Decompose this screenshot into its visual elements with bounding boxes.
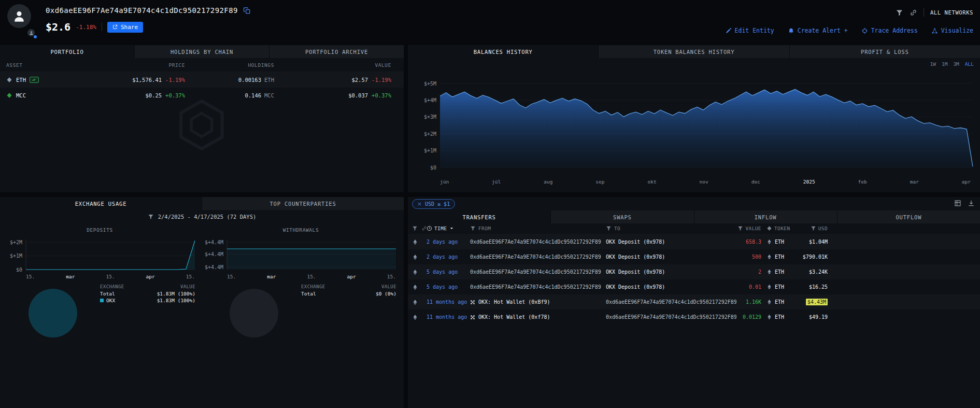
svg-text:$+2M: $+2M xyxy=(424,131,436,137)
transfer-to-link[interactable]: 0xd6aeEE96F7Ae74a9E7074c4c1dDc950217292F… xyxy=(606,299,736,305)
filter-icon xyxy=(606,226,612,231)
tab-top-counterparties[interactable]: TOP COUNTERPARTIES xyxy=(202,197,404,210)
transfer-row[interactable]: 5 days ago 0xd6aeEE96F7Ae74a9E7074c4c1dD… xyxy=(408,279,980,294)
legend-row[interactable]: OKX $1.83M (100%) xyxy=(100,298,195,304)
transfer-to-link[interactable]: 0xd6aeEE96F7Ae74a9E7074c4c1dDc950217292F… xyxy=(606,314,736,320)
eth-icon xyxy=(412,239,418,245)
withdrawals-title: WITHDRAWALS xyxy=(201,227,401,233)
tab-swaps[interactable]: SWAPS xyxy=(550,210,693,223)
transfer-token-link[interactable]: ETH xyxy=(761,269,793,275)
download-button[interactable] xyxy=(968,200,975,207)
transfer-token-link[interactable]: ETH xyxy=(761,299,793,305)
all-networks-button[interactable]: ALL NETWORKS xyxy=(930,9,973,16)
tab-transfers[interactable]: TRANSFERS xyxy=(408,210,550,223)
tab-inflow[interactable]: INFLOW xyxy=(694,210,837,223)
tab-profit-and-loss[interactable]: PROFIT & LOSS xyxy=(789,45,980,58)
tab-portfolio[interactable]: PORTFOLIO xyxy=(0,45,134,58)
tab-balances-history[interactable]: BALANCES HISTORY xyxy=(408,45,598,58)
transfer-time-link[interactable]: 5 days ago xyxy=(427,284,470,290)
transfer-row[interactable]: 11 months ago OKX: Hot Wallet (0xBf9) 0x… xyxy=(408,294,980,309)
link-button[interactable] xyxy=(910,9,917,17)
date-range-filter[interactable]: 2/4/2025 - 4/17/2025 (72 DAYS) xyxy=(0,214,404,220)
range-all[interactable]: ALL xyxy=(965,61,974,67)
tab-outflow[interactable]: OUTFLOW xyxy=(837,210,980,223)
transfer-from-link[interactable]: 0xd6aeEE96F7Ae74a9E7074c4c1dDc950217292F… xyxy=(470,239,606,245)
transfer-from-link[interactable]: OKX: Hot Wallet (0xf78) xyxy=(470,314,606,320)
close-icon[interactable] xyxy=(417,202,422,206)
transfer-time-link[interactable]: 5 days ago xyxy=(427,269,470,275)
column-time[interactable]: TIME xyxy=(427,226,470,231)
transfer-to-link[interactable]: OKX Deposit (0x978) xyxy=(606,254,736,260)
token-chart-badge[interactable] xyxy=(30,77,39,83)
x-axis-label: 15. xyxy=(307,274,316,279)
transfer-time-link[interactable]: 2 days ago xyxy=(427,239,470,245)
range-1m[interactable]: 1M xyxy=(942,61,947,67)
balances-history-chart[interactable]: $+5M$+4M$+3M$+2M$+1M$0 xyxy=(411,70,977,174)
deposits-legend: EXCHANGE VALUE Total $1.83M (100%) OKX $… xyxy=(100,284,195,304)
asset-holdings: 0.146 xyxy=(245,92,261,99)
transfer-from-link[interactable]: 0xd6aeEE96F7Ae74a9E7074c4c1dDc950217292F… xyxy=(470,269,606,275)
x-axis-label: feb xyxy=(858,179,867,185)
x-axis-label: okt xyxy=(647,179,656,185)
filter-icon xyxy=(148,214,154,220)
transfer-token-link[interactable]: ETH xyxy=(761,284,793,290)
withdrawals-chart[interactable]: $+4.4M$+4.4M$+4.4M xyxy=(203,235,399,272)
transfer-value: 1.16K xyxy=(736,299,761,305)
edit-entity-button[interactable]: Edit Entity xyxy=(725,27,774,34)
transfer-usd: $16.25 xyxy=(793,284,828,290)
transfer-token-link[interactable]: ETH xyxy=(761,314,793,320)
deposits-chart[interactable]: $+2M$+1M$0 xyxy=(2,235,197,272)
portfolio-asset-row[interactable]: ETH $1,576.41-1.19% 0.00163ETH $2.57-1.1… xyxy=(0,72,404,88)
tab-exchange-usage[interactable]: EXCHANGE USAGE xyxy=(0,197,202,210)
filter-icon[interactable] xyxy=(412,226,418,231)
column-value[interactable]: VALUE xyxy=(736,226,761,231)
trace-address-button[interactable]: Trace Address xyxy=(861,27,918,34)
transfer-row[interactable]: 2 days ago 0xd6aeEE96F7Ae74a9E7074c4c1dD… xyxy=(408,249,980,264)
table-view-button[interactable] xyxy=(954,200,961,207)
column-usd[interactable]: USD xyxy=(793,226,828,231)
svg-text:$+4.4M: $+4.4M xyxy=(205,264,223,270)
range-3m[interactable]: 3M xyxy=(953,61,959,67)
tab-token-balances-history[interactable]: TOKEN BALANCES HISTORY xyxy=(598,45,789,58)
create-alert-button[interactable]: Create Alert + xyxy=(788,27,848,34)
column-from[interactable]: FROM xyxy=(470,226,606,231)
asset-value: $2.57 xyxy=(351,77,368,83)
transfer-row[interactable]: 5 days ago 0xd6aeEE96F7Ae74a9E7074c4c1dD… xyxy=(408,264,980,279)
transfer-time-link[interactable]: 2 days ago xyxy=(427,254,470,260)
x-axis-label: 15. xyxy=(387,274,396,279)
column-to[interactable]: TO xyxy=(606,226,736,231)
transfer-row[interactable]: 2 days ago 0xd6aeEE96F7Ae74a9E7074c4c1dD… xyxy=(408,234,980,249)
transfer-time-link[interactable]: 11 months ago xyxy=(427,314,470,320)
share-button[interactable]: Share xyxy=(107,22,143,33)
filter-button[interactable] xyxy=(896,9,903,17)
copy-address-button[interactable] xyxy=(243,7,251,15)
avatar[interactable] xyxy=(7,4,31,28)
column-token[interactable]: TOKEN xyxy=(761,226,793,231)
visualize-icon xyxy=(931,27,938,34)
eth-icon xyxy=(766,284,772,290)
deposits-pie-chart[interactable] xyxy=(29,289,77,337)
range-1w[interactable]: 1W xyxy=(930,61,935,67)
transfer-time-link[interactable]: 11 months ago xyxy=(427,299,470,305)
transfer-from-link[interactable]: 0xd6aeEE96F7Ae74a9E7074c4c1dDc950217292F… xyxy=(470,284,606,290)
portfolio-panel: PORTFOLIO HOLDINGS BY CHAIN PORTFOLIO AR… xyxy=(0,45,404,192)
transfer-value: 0.0129 xyxy=(736,314,761,320)
tab-holdings-by-chain[interactable]: HOLDINGS BY CHAIN xyxy=(134,45,269,58)
transfer-to-link[interactable]: OKX Deposit (0x978) xyxy=(606,239,736,245)
visualize-button[interactable]: Visualize xyxy=(931,27,973,34)
transfer-token-link[interactable]: ETH xyxy=(761,254,793,260)
transfer-from-link[interactable]: OKX: Hot Wallet (0xBf9) xyxy=(470,299,606,305)
filter-icon xyxy=(470,226,476,231)
transfer-row[interactable]: 11 months ago OKX: Hot Wallet (0xf78) 0x… xyxy=(408,309,980,325)
tab-portfolio-archive[interactable]: PORTFOLIO ARCHIVE xyxy=(269,45,404,58)
asset-name: MCC xyxy=(16,92,26,99)
transfer-to-link[interactable]: OKX Deposit (0x978) xyxy=(606,269,736,275)
x-axis-label: apr xyxy=(962,179,971,185)
withdrawals-pie-chart[interactable] xyxy=(230,289,278,337)
usd-filter-chip[interactable]: USD ≥ $1 xyxy=(412,199,455,209)
transfer-token-link[interactable]: ETH xyxy=(761,239,793,245)
transfer-to-link[interactable]: OKX Deposit (0x978) xyxy=(606,284,736,290)
transfer-from-link[interactable]: 0xd6aeEE96F7Ae74a9E7074c4c1dDc950217292F… xyxy=(470,254,606,260)
divider xyxy=(924,8,924,17)
clock-icon xyxy=(427,226,432,231)
